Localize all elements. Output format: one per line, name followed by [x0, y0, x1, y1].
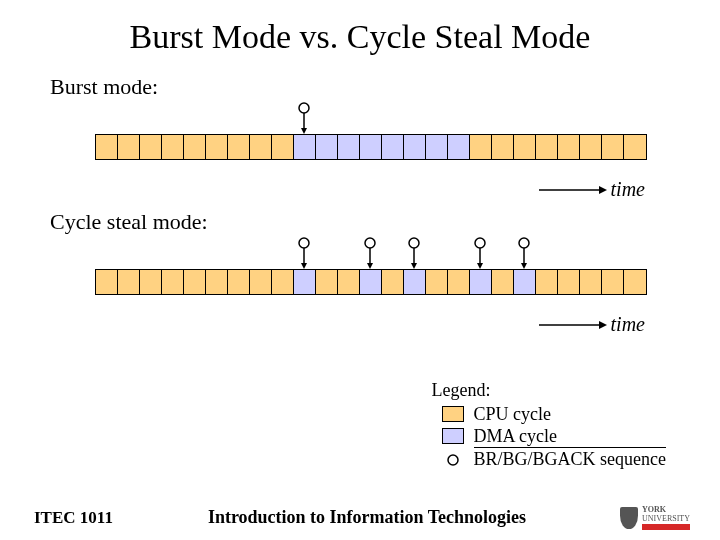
legend-dma-label: DMA cycle	[474, 425, 557, 447]
cpu-cycle-cell	[162, 135, 184, 159]
legend-title: Legend:	[432, 380, 667, 401]
cpu-cycle-cell	[448, 270, 470, 294]
cpu-cycle-cell	[492, 270, 514, 294]
cyclesteal-time-row: time	[30, 313, 690, 336]
svg-marker-19	[521, 263, 527, 269]
steal-point-icon	[408, 237, 420, 271]
burst-mode-label: Burst mode:	[50, 74, 690, 100]
dma-cycle-cell	[470, 270, 492, 294]
dma-cycle-cell	[382, 135, 404, 159]
svg-point-0	[299, 103, 309, 113]
dma-cycle-cell	[294, 270, 316, 294]
cpu-cycle-cell	[228, 270, 250, 294]
footer: ITEC 1011 Introduction to Information Te…	[0, 505, 720, 530]
cpu-cycle-cell	[184, 135, 206, 159]
svg-marker-16	[477, 263, 483, 269]
svg-marker-21	[599, 321, 607, 329]
steal-point-icon	[364, 237, 376, 271]
svg-marker-13	[411, 263, 417, 269]
cpu-cycle-cell	[206, 135, 228, 159]
dma-cycle-cell	[426, 135, 448, 159]
cpu-cycle-cell	[206, 270, 228, 294]
cpu-cycle-cell	[118, 270, 140, 294]
dma-cycle-cell	[294, 135, 316, 159]
cpu-cycle-cell	[184, 270, 206, 294]
cpu-cycle-cell	[228, 135, 250, 159]
cpu-cycle-cell	[580, 270, 602, 294]
legend: Legend: CPU cycle DMA cycle BR/BG/BGACK …	[432, 380, 667, 470]
dma-cycle-cell	[404, 270, 426, 294]
cpu-cycle-cell	[492, 135, 514, 159]
cyclesteal-bar	[95, 269, 647, 295]
legend-cpu-label: CPU cycle	[474, 403, 551, 425]
footer-subtitle: Introduction to Information Technologies	[124, 507, 610, 528]
dma-cycle-cell	[338, 135, 360, 159]
dma-cycle-cell	[448, 135, 470, 159]
slide-title: Burst Mode vs. Cycle Steal Mode	[30, 18, 690, 56]
cpu-cycle-cell	[514, 135, 536, 159]
legend-br-label: BR/BG/BGACK sequence	[474, 447, 667, 470]
dma-cycle-cell	[316, 135, 338, 159]
cpu-swatch-icon	[442, 406, 464, 422]
svg-marker-7	[301, 263, 307, 269]
steal-point-icon	[518, 237, 530, 271]
cpu-cycle-cell	[272, 270, 294, 294]
svg-point-8	[365, 238, 375, 248]
cpu-cycle-cell	[96, 135, 118, 159]
svg-point-14	[475, 238, 485, 248]
svg-marker-10	[367, 263, 373, 269]
cpu-cycle-cell	[338, 270, 360, 294]
time-arrow-icon	[537, 183, 607, 197]
cpu-cycle-cell	[140, 135, 162, 159]
burst-diagram	[30, 104, 690, 174]
cpu-cycle-cell	[140, 270, 162, 294]
dma-cycle-cell	[404, 135, 426, 159]
time-label: time	[611, 178, 645, 201]
cpu-cycle-cell	[118, 135, 140, 159]
burst-time-row: time	[30, 178, 690, 201]
cpu-cycle-cell	[272, 135, 294, 159]
cpu-cycle-cell	[316, 270, 338, 294]
cpu-cycle-cell	[250, 270, 272, 294]
burst-bar	[95, 134, 647, 160]
cpu-cycle-cell	[602, 270, 624, 294]
cyclesteal-mode-label: Cycle steal mode:	[50, 209, 690, 235]
cpu-cycle-cell	[558, 270, 580, 294]
cpu-cycle-cell	[624, 135, 646, 159]
cpu-cycle-cell	[624, 270, 646, 294]
cyclesteal-diagram	[30, 239, 690, 309]
cpu-cycle-cell	[536, 135, 558, 159]
time-label: time	[611, 313, 645, 336]
cpu-cycle-cell	[602, 135, 624, 159]
dma-swatch-icon	[442, 428, 464, 444]
cpu-cycle-cell	[426, 270, 448, 294]
svg-point-17	[519, 238, 529, 248]
br-sequence-icon	[442, 451, 464, 467]
svg-point-5	[299, 238, 309, 248]
cpu-cycle-cell	[250, 135, 272, 159]
svg-point-22	[448, 455, 458, 465]
york-logo-icon: YORKUNIVERSITY	[610, 505, 690, 530]
steal-point-icon	[298, 237, 310, 271]
cpu-cycle-cell	[96, 270, 118, 294]
cpu-cycle-cell	[558, 135, 580, 159]
dma-cycle-cell	[360, 135, 382, 159]
cpu-cycle-cell	[470, 135, 492, 159]
dma-cycle-cell	[360, 270, 382, 294]
cpu-cycle-cell	[162, 270, 184, 294]
svg-marker-4	[599, 186, 607, 194]
svg-point-11	[409, 238, 419, 248]
steal-point-icon	[474, 237, 486, 271]
cpu-cycle-cell	[382, 270, 404, 294]
cpu-cycle-cell	[536, 270, 558, 294]
dma-cycle-cell	[514, 270, 536, 294]
steal-point-icon	[298, 102, 310, 136]
cpu-cycle-cell	[580, 135, 602, 159]
svg-marker-2	[301, 128, 307, 134]
time-arrow-icon	[537, 318, 607, 332]
